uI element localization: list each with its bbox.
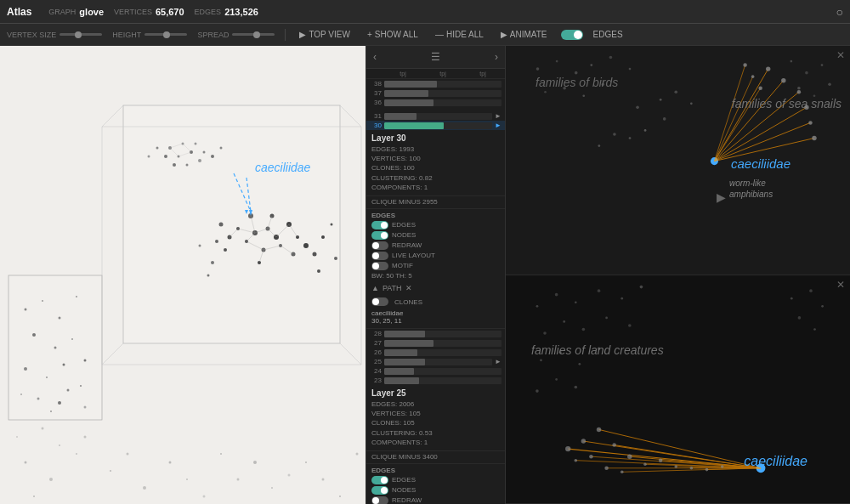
svg-point-79	[321, 235, 325, 239]
graph-label: GRAPH	[48, 8, 76, 16]
layer30-title: Layer 30	[371, 133, 500, 143]
svg-point-47	[58, 401, 61, 405]
clear-path-30[interactable]: ✕	[405, 284, 412, 292]
show-all-button[interactable]: + SHOW ALL	[364, 28, 422, 41]
svg-point-80	[219, 223, 224, 227]
edges-value: 213,526	[224, 7, 258, 17]
svg-line-192	[583, 441, 761, 468]
clones-toggle-30[interactable]	[371, 297, 388, 306]
redraw-toggle-25[interactable]	[371, 496, 388, 504]
layer30-controls: EDGES EDGES NODES REDRAW LIVE LAYOUT MOT…	[366, 209, 505, 282]
layer-row-36[interactable]: 36	[366, 98, 505, 107]
play-icon: ▶	[501, 30, 507, 39]
svg-point-131	[582, 94, 585, 97]
svg-point-148	[766, 66, 770, 71]
live-layout-row: LIVE LAYOUT	[371, 252, 500, 260]
layer-row-38[interactable]: 38	[366, 79, 505, 88]
svg-point-107	[173, 163, 176, 167]
svg-point-153	[812, 136, 816, 140]
svg-point-164	[613, 133, 616, 136]
svg-point-215	[721, 465, 724, 468]
layer-row-24[interactable]: 24	[366, 366, 505, 376]
svg-point-208	[565, 445, 570, 450]
center-panel[interactable]: ‹ ☰ › tpj tpj tpj 38 37 36	[366, 46, 506, 504]
edges-toggle[interactable]	[561, 30, 583, 40]
clones-row-30: CLONES	[366, 294, 505, 308]
vertices-label: VERTICES	[114, 8, 152, 16]
svg-point-149	[781, 78, 785, 82]
edges-section-label-25: EDGES	[371, 467, 500, 474]
svg-point-182	[555, 378, 558, 381]
svg-point-179	[578, 362, 581, 365]
svg-point-105	[164, 155, 167, 158]
svg-point-175	[605, 316, 608, 319]
svg-point-44	[63, 364, 65, 366]
hide-all-button[interactable]: — HIDE ALL	[432, 28, 487, 41]
live-layout-toggle-30[interactable]	[371, 252, 388, 260]
svg-line-142	[714, 107, 806, 161]
expand-30[interactable]: ►	[495, 122, 502, 129]
layer-row-27[interactable]: 27	[366, 338, 505, 348]
layer25-title: Layer 25	[371, 388, 500, 398]
network-svg: caeciliidae	[0, 46, 366, 504]
layer-row-23[interactable]: 23	[366, 376, 505, 385]
svg-point-84	[334, 257, 337, 260]
radiating-edges-top	[714, 65, 814, 161]
svg-point-108	[186, 164, 189, 167]
svg-point-216	[574, 458, 577, 462]
motif-toggle-30[interactable]	[371, 262, 388, 270]
svg-point-158	[660, 99, 662, 101]
layer30-clique: CLIQUE MINUS 2955	[366, 196, 505, 209]
layer-row-30[interactable]: 30 ►	[366, 121, 505, 130]
edges-section-label: EDGES	[371, 212, 500, 219]
height-slider[interactable]	[144, 33, 187, 36]
layer-row-37[interactable]: 37	[366, 88, 505, 98]
svg-point-169	[598, 289, 601, 292]
scale-labels: tpj tpj tpj	[366, 69, 505, 79]
expand-31[interactable]: ►	[495, 112, 502, 120]
cursor-icon: ▶	[717, 190, 726, 204]
svg-point-163	[598, 144, 600, 147]
svg-line-54	[340, 105, 361, 127]
layer-row-28[interactable]: 28	[366, 329, 505, 338]
svg-point-207	[581, 439, 586, 443]
svg-point-51	[84, 406, 87, 409]
svg-point-211	[659, 458, 663, 462]
svg-point-106	[203, 151, 206, 154]
right-panel: ✕	[506, 46, 850, 504]
svg-point-172	[543, 331, 547, 335]
vertices-value: 65,670	[156, 7, 184, 17]
layer-row-26[interactable]: 26	[366, 348, 505, 357]
redraw-toggle-30[interactable]	[371, 241, 388, 250]
nav-next-button[interactable]: ›	[493, 49, 500, 65]
edges-row: EDGES	[371, 221, 500, 229]
nodes-toggle-25[interactable]	[371, 486, 388, 495]
expand-25[interactable]: ►	[495, 358, 502, 365]
clones-label-30: CLONES	[394, 298, 422, 306]
separator1	[285, 29, 286, 41]
layer-row-25[interactable]: 25 ►	[366, 357, 505, 366]
spread-slider[interactable]	[232, 33, 275, 36]
svg-point-176	[628, 324, 632, 327]
nav-prev-button[interactable]: ‹	[371, 49, 378, 65]
animate-button[interactable]: ▶ ANIMATE	[497, 28, 551, 41]
path-button-30[interactable]: PATH	[382, 284, 402, 292]
layer-row-31[interactable]: 31 ►	[366, 111, 505, 121]
svg-point-10	[143, 486, 146, 490]
vertices-info: VERTICES 65,670	[114, 7, 184, 17]
svg-point-159	[674, 90, 677, 93]
nodes-toggle-30[interactable]	[371, 231, 388, 240]
vertex-size-slider[interactable]	[60, 33, 102, 36]
edges-toggle-25[interactable]	[371, 476, 388, 484]
edges-toggle-30[interactable]	[371, 221, 388, 229]
layer25-info: Layer 25 EDGES: 2006 VERTICES: 105 CLONE…	[366, 385, 505, 451]
graph-value: glove	[79, 7, 104, 17]
nav-menu-button[interactable]: ☰	[429, 49, 442, 65]
birds-label: families of birds	[536, 76, 618, 89]
svg-point-35	[42, 300, 43, 302]
github-icon[interactable]: ○	[836, 5, 843, 19]
svg-point-209	[589, 454, 593, 458]
center-nav: ‹ ☰ ›	[366, 46, 505, 69]
top-view-button[interactable]: ▶ TOP VIEW	[296, 28, 354, 41]
svg-point-34	[25, 309, 27, 311]
